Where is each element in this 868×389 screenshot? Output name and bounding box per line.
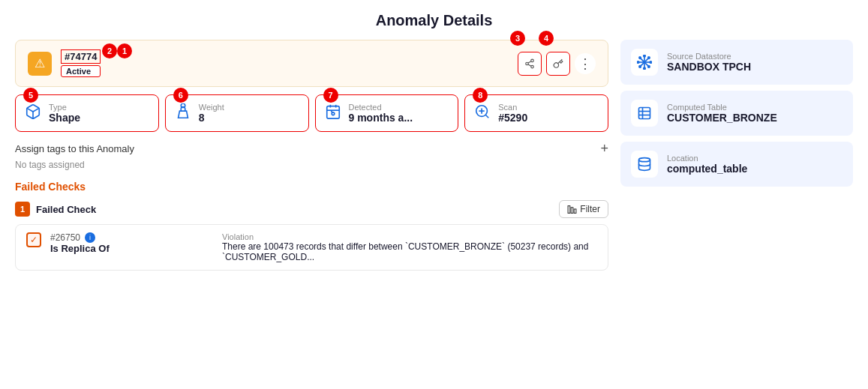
database-icon <box>631 151 658 178</box>
failed-check-label: Failed Check <box>36 204 96 215</box>
badge-2: 2 <box>102 43 117 58</box>
anomaly-id: #74774 <box>61 49 101 64</box>
no-tags-text: No tags assigned <box>15 160 608 170</box>
scan-label: Scan <box>498 103 527 112</box>
check-id: #26750 <box>50 232 80 243</box>
computed-table-card: Computed Table CUSTOMER_BRONZE <box>620 91 853 136</box>
scan-card: 8 Scan #5290 <box>464 94 608 132</box>
svg-point-24 <box>644 67 646 70</box>
check-id-col: #26750 i Is Replica Of <box>50 232 110 254</box>
badge-8: 8 <box>473 88 488 103</box>
page-title: Anomaly Details <box>15 12 853 29</box>
calendar-icon <box>325 103 341 124</box>
badge-3: 3 <box>510 31 525 46</box>
svg-rect-18 <box>575 208 577 212</box>
cube-icon <box>25 103 41 124</box>
filter-button[interactable]: Filter <box>559 200 608 218</box>
more-options-button[interactable]: ⋮ <box>575 53 596 74</box>
source-datastore-value: SANDBOX TPCH <box>667 61 751 73</box>
scan-content: Scan #5290 <box>498 103 527 124</box>
svg-point-30 <box>639 66 641 68</box>
type-card: 5 Type Shape <box>15 94 159 132</box>
svg-point-10 <box>332 112 335 115</box>
svg-rect-16 <box>568 205 570 213</box>
share-button[interactable] <box>518 52 542 76</box>
source-datastore-label: Source Datastore <box>667 52 751 61</box>
source-datastore-content: Source Datastore SANDBOX TPCH <box>667 52 751 73</box>
tags-label: Assign tags to this Anomaly <box>15 143 134 154</box>
location-value: computed_table <box>667 163 747 175</box>
svg-point-28 <box>648 66 650 68</box>
anomaly-header: ⚠ 1 #74774 2 Active 3 4 <box>15 40 608 87</box>
snowflake-icon <box>631 49 658 76</box>
badge-7: 7 <box>323 88 338 103</box>
computed-table-content: Computed Table CUSTOMER_BRONZE <box>667 103 777 124</box>
check-id-row: #26750 i <box>50 232 110 243</box>
svg-line-13 <box>486 115 489 118</box>
detected-content: Detected 9 months a... <box>349 103 413 124</box>
failed-check-badge: 1 <box>15 202 30 217</box>
table-icon <box>631 100 658 127</box>
svg-point-0 <box>531 59 534 62</box>
detected-card: 7 Detected 9 months a... <box>315 94 459 132</box>
check-row: ✓ #26750 i Is Replica Of Violation There… <box>15 224 608 271</box>
check-name: Is Replica Of <box>50 243 110 254</box>
scan-icon <box>474 103 491 124</box>
info-icon[interactable]: i <box>85 232 95 243</box>
weight-label: Weight <box>199 103 224 112</box>
svg-point-23 <box>644 55 646 57</box>
svg-line-3 <box>528 64 531 65</box>
badge-1: 1 <box>117 43 132 58</box>
anomaly-id-section: 1 #74774 2 Active <box>61 49 101 77</box>
weight-content: Weight 8 <box>199 103 224 124</box>
computed-table-label: Computed Table <box>667 103 777 112</box>
location-label: Location <box>667 154 747 163</box>
svg-line-4 <box>528 61 531 62</box>
location-content: Location computed_table <box>667 154 747 175</box>
detected-label: Detected <box>349 103 413 112</box>
badge-5: 5 <box>23 88 38 103</box>
status-badge: Active <box>61 65 101 77</box>
svg-point-26 <box>650 61 652 64</box>
violation-section: Violation There are 100473 records that … <box>222 232 597 262</box>
violation-label: Violation <box>222 232 597 241</box>
badge-6: 6 <box>173 88 188 103</box>
failed-check-header: 1 Failed Check Filter <box>15 200 608 218</box>
source-datastore-card: Source Datastore SANDBOX TPCH <box>620 40 853 85</box>
scan-value: #5290 <box>498 112 527 124</box>
warning-icon: ⚠ <box>28 52 52 76</box>
type-label: Type <box>49 103 80 112</box>
svg-point-2 <box>531 65 534 68</box>
add-tag-button[interactable]: + <box>600 141 608 157</box>
location-card: Location computed_table <box>620 142 853 187</box>
key-button[interactable] <box>546 52 570 76</box>
type-value: Shape <box>49 112 80 124</box>
weight-card: 6 Weight 8 <box>165 94 309 132</box>
type-content: Type Shape <box>49 103 80 124</box>
tags-section: Assign tags to this Anomaly + <box>15 141 608 157</box>
svg-point-29 <box>648 57 650 59</box>
filter-label: Filter <box>580 204 600 214</box>
svg-line-11 <box>331 111 332 112</box>
left-panel: ⚠ 1 #74774 2 Active 3 4 <box>15 40 608 271</box>
svg-point-27 <box>639 57 641 59</box>
info-cards: 5 Type Shape 6 <box>15 94 608 132</box>
svg-rect-31 <box>639 108 650 119</box>
check-checkbox[interactable]: ✓ <box>26 232 41 247</box>
svg-point-1 <box>526 62 529 65</box>
computed-table-value: CUSTOMER_BRONZE <box>667 112 777 124</box>
badge-4: 4 <box>539 31 554 46</box>
violation-text: There are 100473 records that differ bet… <box>222 241 597 262</box>
svg-rect-17 <box>571 207 573 213</box>
weight-icon <box>175 103 191 124</box>
detected-value: 9 months a... <box>349 112 413 124</box>
svg-point-25 <box>637 61 639 64</box>
header-actions: 3 4 ⋮ <box>518 52 596 76</box>
svg-point-35 <box>639 158 650 162</box>
failed-checks-title: Failed Checks <box>15 181 608 193</box>
right-panel: Source Datastore SANDBOX TPCH Computed T… <box>620 40 853 271</box>
weight-value: 8 <box>199 112 224 124</box>
